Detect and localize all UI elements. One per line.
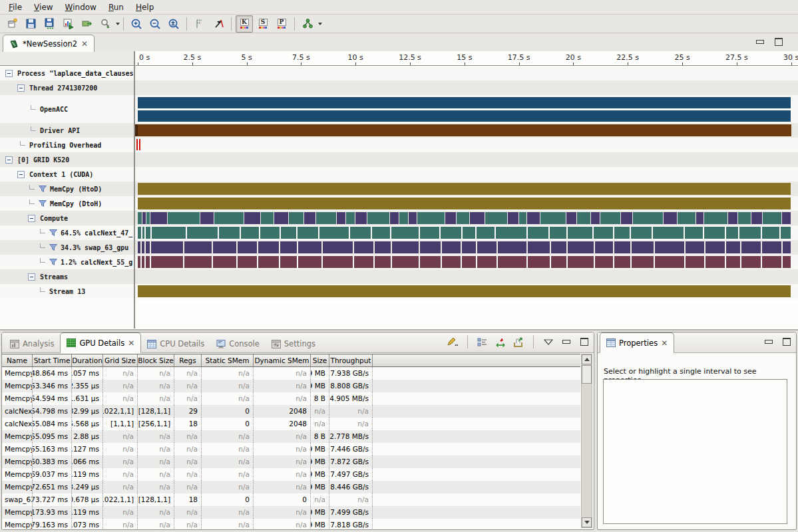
kernel-interval[interactable] (685, 227, 703, 239)
save-all-button[interactable] (41, 15, 58, 33)
tree-item-process[interactable]: Process "laplace_data_clauses 10... (0, 66, 135, 80)
collapse-minus-icon[interactable] (28, 215, 35, 222)
tab-settings[interactable]: Settings (266, 335, 321, 352)
kernel-interval[interactable] (591, 212, 600, 224)
kernel-interval[interactable] (632, 241, 654, 253)
interval-bar[interactable] (138, 198, 791, 209)
kernel-interval[interactable] (241, 227, 259, 239)
kernel-interval[interactable] (781, 227, 791, 239)
interval-bar[interactable] (138, 183, 791, 195)
kernel-interval[interactable] (477, 241, 497, 253)
kernel-interval[interactable] (762, 227, 780, 239)
kernel-interval[interactable] (696, 212, 703, 224)
maximize-button[interactable] (774, 38, 783, 46)
kernel-interval[interactable] (323, 241, 353, 253)
table-row[interactable]: Memcpy179.163 ms1.073 msn/an/an/an/an/a9… (2, 519, 580, 529)
table-row[interactable]: calcNext154.798 ms282.99 µs[1022,1,1][12… (2, 405, 580, 418)
view-menu-button[interactable] (542, 335, 555, 348)
minimize-button[interactable] (762, 335, 775, 348)
kernel-interval[interactable] (238, 241, 257, 253)
vertical-scrollbar[interactable] (581, 354, 592, 528)
session-tab[interactable]: *NewSession2 ✕ (3, 35, 95, 52)
table-row[interactable]: Memcpy154.594 ms1.631 µsn/an/an/an/an/a8… (2, 392, 580, 405)
kernel-interval[interactable] (354, 256, 373, 268)
kernel-interval[interactable] (316, 212, 336, 224)
kernel-interval[interactable] (391, 227, 419, 239)
kernel-interval[interactable] (763, 212, 781, 224)
kernel-interval[interactable] (298, 256, 321, 268)
zoom-fit-button[interactable] (165, 15, 182, 33)
kernel-interval[interactable] (783, 241, 791, 253)
kernel-interval[interactable] (686, 241, 705, 253)
kernel-interval[interactable] (258, 241, 279, 253)
kernel-interval[interactable] (540, 212, 566, 224)
kernel-interval[interactable] (442, 256, 461, 268)
menu-file[interactable]: File (3, 1, 28, 13)
kernel-interval[interactable] (445, 212, 456, 224)
process-timeline-button[interactable]: P (273, 15, 290, 33)
kernel-interval[interactable] (323, 256, 353, 268)
collapse-minus-icon[interactable] (17, 84, 25, 92)
kernel-interval[interactable] (441, 227, 461, 239)
column-header-size[interactable]: Size (311, 354, 329, 366)
kernel-interval[interactable] (260, 227, 280, 239)
tree-item-grid-k520[interactable]: [0] GRID K520 (0, 152, 135, 167)
kernel-interval[interactable] (442, 241, 461, 253)
tree-item-memcpy-htod[interactable]: MemCpy (HtoD) (0, 182, 135, 196)
kernel-interval[interactable] (498, 241, 526, 253)
kernel-interval[interactable] (146, 227, 150, 239)
kernel-interval[interactable] (392, 241, 418, 253)
tree-item-thread[interactable]: Thread 2741307200 (0, 80, 135, 95)
kernel-interval[interactable] (420, 227, 439, 239)
column-header-start-time[interactable]: Start Time (33, 354, 72, 366)
column-header-name[interactable]: Name (2, 354, 33, 366)
interval-bar[interactable] (135, 124, 138, 136)
kernel-interval[interactable] (566, 212, 576, 224)
kernel-interval[interactable] (355, 212, 367, 224)
kernel-interval[interactable] (728, 212, 737, 224)
kernel-interval[interactable] (138, 212, 142, 224)
kernel-interval[interactable] (762, 241, 781, 253)
kernel-interval[interactable] (420, 256, 441, 268)
zoom-in-button[interactable] (128, 15, 145, 33)
kernel-interval[interactable] (244, 212, 260, 224)
kernel-interval[interactable] (477, 256, 497, 268)
kernel-interval[interactable] (367, 212, 389, 224)
kernel-interval[interactable] (528, 227, 548, 239)
tree-item-openacc[interactable]: OpenACC (0, 95, 135, 123)
kernel-interval[interactable] (372, 227, 390, 239)
kernel-interval[interactable] (417, 212, 445, 224)
filter-funnel-icon[interactable] (49, 229, 57, 236)
kernel-interval[interactable] (457, 212, 469, 224)
interval-bar[interactable] (138, 285, 791, 297)
kernel-interval[interactable] (420, 241, 441, 253)
menu-view[interactable]: View (28, 1, 59, 13)
kernel-interval[interactable] (614, 241, 631, 253)
kernel-interval[interactable] (614, 227, 630, 239)
kernel-interval[interactable] (528, 256, 550, 268)
tree-item-kernel-calcnext-47[interactable]: 64.5% calcNext_47_... (0, 225, 135, 240)
kernel-interval[interactable] (214, 212, 244, 224)
connect-dropdown-caret[interactable] (318, 23, 322, 25)
kernel-interval[interactable] (261, 212, 274, 224)
kernel-interval[interactable] (319, 227, 349, 239)
kernel-timeline-button[interactable]: K (236, 15, 253, 33)
kernel-interval[interactable] (498, 256, 526, 268)
kernel-interval[interactable] (595, 241, 613, 253)
kernel-interval[interactable] (298, 241, 321, 253)
tree-item-context-1[interactable]: Context 1 (CUDA) (0, 167, 135, 182)
kernel-interval[interactable] (751, 212, 762, 224)
kernel-interval[interactable] (551, 241, 566, 253)
kernel-interval[interactable] (280, 256, 297, 268)
kernel-interval[interactable] (142, 227, 144, 239)
kernel-interval[interactable] (274, 212, 288, 224)
table-row[interactable]: Memcpy153.346 ms52.355 µsn/an/an/an/an/a… (2, 380, 580, 392)
kernel-interval[interactable] (146, 212, 150, 224)
kernel-interval[interactable] (184, 256, 212, 268)
kernel-interval[interactable] (614, 256, 631, 268)
kernel-interval[interactable] (138, 256, 140, 268)
kernel-interval[interactable] (375, 241, 391, 253)
kernel-interval[interactable] (550, 227, 566, 239)
table-row[interactable]: Memcpy155.095 ms2.88 µsn/an/an/an/an/a8 … (2, 430, 580, 443)
menu-help[interactable]: Help (130, 1, 160, 13)
